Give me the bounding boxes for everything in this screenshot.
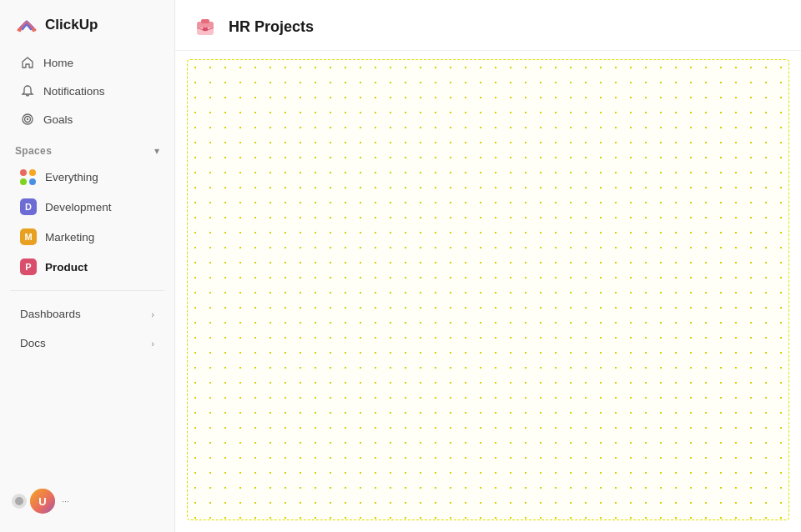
logo-text: ClickUp	[45, 17, 98, 33]
svg-rect-6	[201, 19, 209, 23]
bell-icon	[20, 83, 35, 98]
spaces-header[interactable]: Spaces ▾	[0, 133, 174, 162]
nav-notifications[interactable]: Notifications	[5, 78, 169, 104]
goals-icon	[20, 112, 35, 127]
space-development-label: Development	[45, 201, 112, 213]
user-avatar-wrap: U	[12, 489, 55, 514]
dashboards-chevron-icon: ›	[151, 309, 154, 319]
nav-notifications-label: Notifications	[43, 85, 105, 98]
hr-projects-icon	[192, 13, 219, 40]
clickup-logo-icon	[15, 13, 38, 37]
nav-docs[interactable]: Docs ›	[5, 329, 169, 357]
space-marketing-label: Marketing	[45, 231, 94, 243]
page-title: HR Projects	[229, 18, 314, 36]
space-everything[interactable]: Everything	[5, 163, 169, 191]
dashboards-label: Dashboards	[20, 308, 81, 320]
space-everything-label: Everything	[45, 171, 98, 183]
main-content: HR Projects	[175, 0, 801, 532]
nav-dashboards[interactable]: Dashboards ›	[5, 300, 169, 328]
user-avatar: U	[30, 489, 55, 514]
user-expand-icon: ···	[62, 496, 69, 506]
spaces-label: Spaces	[15, 145, 52, 157]
logo-area[interactable]: ClickUp	[0, 0, 174, 48]
space-development[interactable]: D Development	[5, 193, 169, 221]
status-dot	[12, 494, 27, 509]
space-product-label: Product	[45, 261, 88, 274]
canvas-area[interactable]	[187, 59, 789, 520]
user-area[interactable]: U ···	[0, 480, 174, 522]
nav-goals[interactable]: Goals	[5, 106, 169, 133]
docs-label: Docs	[20, 337, 46, 349]
divider-1	[10, 290, 164, 291]
svg-rect-7	[203, 28, 208, 31]
nav-goals-label: Goals	[43, 113, 73, 126]
product-avatar: P	[20, 258, 37, 275]
space-product[interactable]: P Product	[5, 253, 169, 281]
development-avatar: D	[20, 198, 37, 215]
sidebar: ClickUp Home Notifications Goals	[0, 0, 175, 532]
nav-home-label: Home	[43, 57, 73, 69]
everything-icon	[20, 168, 37, 185]
spaces-chevron-icon: ▾	[154, 145, 159, 157]
marketing-avatar: M	[20, 228, 37, 245]
svg-point-3	[27, 118, 28, 120]
nav-home[interactable]: Home	[5, 49, 169, 76]
main-header: HR Projects	[175, 0, 801, 51]
space-marketing[interactable]: M Marketing	[5, 223, 169, 251]
docs-chevron-icon: ›	[151, 339, 154, 349]
home-icon	[20, 55, 35, 70]
